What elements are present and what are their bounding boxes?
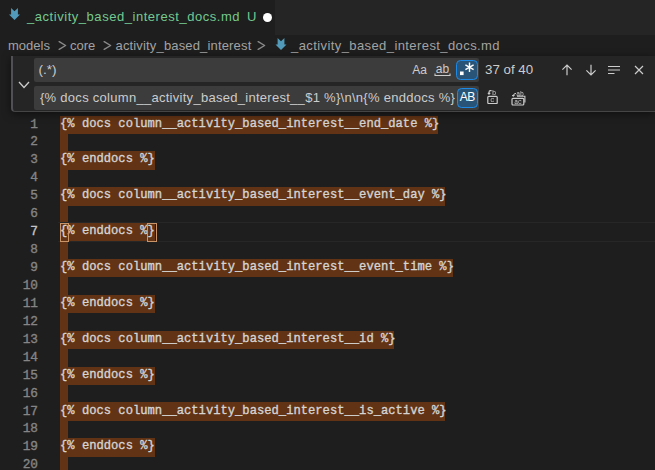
svg-text:ab: ab [436, 62, 450, 76]
svg-text:ac: ac [514, 99, 522, 106]
svg-text:c: c [490, 96, 494, 104]
